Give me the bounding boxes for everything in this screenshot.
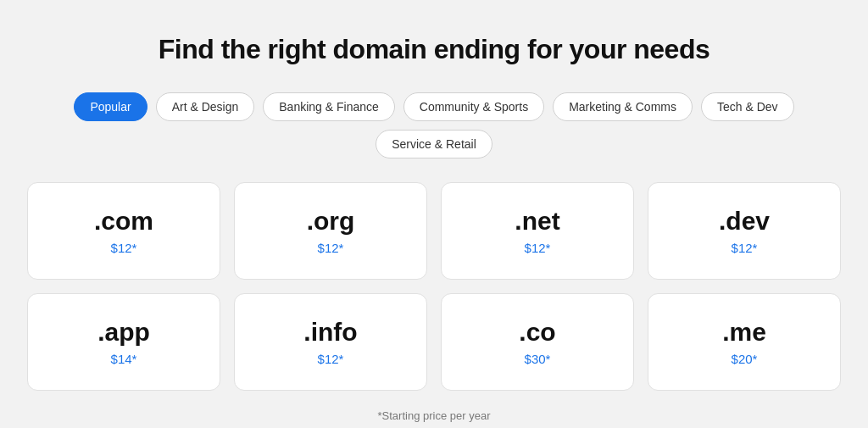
domain-price: $12*	[318, 241, 344, 255]
domains-grid: .com$12*.org$12*.net$12*.dev$12*.app$14*…	[27, 182, 841, 391]
domain-price: $14*	[111, 352, 137, 366]
domain-price: $20*	[732, 352, 758, 366]
domain-price: $30*	[525, 352, 551, 366]
tab-marketing-comms[interactable]: Marketing & Comms	[553, 92, 693, 121]
domain-card-info[interactable]: .info$12*	[234, 293, 427, 391]
tab-banking-finance[interactable]: Banking & Finance	[263, 92, 395, 121]
domain-card-org[interactable]: .org$12*	[234, 182, 427, 280]
domain-extension: .org	[307, 207, 355, 236]
domain-price: $12*	[732, 241, 758, 255]
filter-tabs: PopularArt & DesignBanking & FinanceComm…	[25, 92, 843, 158]
domain-extension: .info	[303, 318, 357, 347]
domain-extension: .app	[97, 318, 150, 347]
domain-card-com[interactable]: .com$12*	[27, 182, 220, 280]
domain-price: $12*	[318, 352, 344, 366]
page-title: Find the right domain ending for your ne…	[159, 34, 710, 65]
domain-price: $12*	[111, 241, 137, 255]
tab-service-retail[interactable]: Service & Retail	[376, 130, 492, 158]
domain-card-net[interactable]: .net$12*	[441, 182, 634, 280]
page-container: Find the right domain ending for your ne…	[0, 0, 868, 428]
tab-community-sports[interactable]: Community & Sports	[403, 92, 544, 121]
domain-extension: .net	[515, 207, 559, 236]
domain-extension: .dev	[719, 207, 770, 236]
domain-card-app[interactable]: .app$14*	[27, 293, 220, 391]
tab-popular[interactable]: Popular	[74, 92, 147, 121]
domain-card-dev[interactable]: .dev$12*	[648, 182, 841, 280]
footnote: *Starting price per year	[378, 409, 491, 422]
domain-card-me[interactable]: .me$20*	[648, 293, 841, 391]
tab-tech-dev[interactable]: Tech & Dev	[701, 92, 794, 121]
domain-extension: .me	[722, 318, 766, 347]
tab-art-design[interactable]: Art & Design	[156, 92, 255, 121]
domain-extension: .co	[519, 318, 555, 347]
domain-extension: .com	[94, 207, 153, 236]
domain-card-co[interactable]: .co$30*	[441, 293, 634, 391]
domain-price: $12*	[525, 241, 551, 255]
